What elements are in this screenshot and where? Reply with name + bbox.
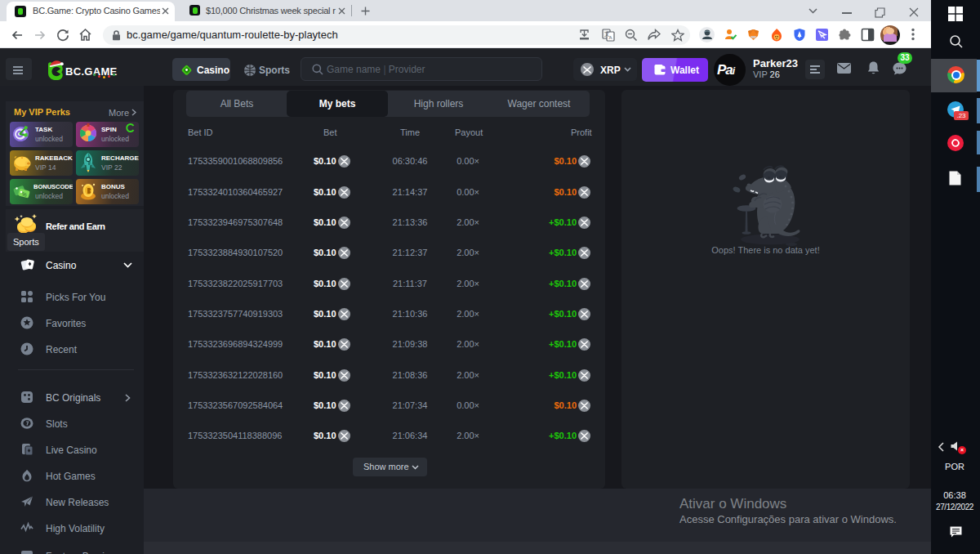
svg-text:A: A: [609, 35, 612, 40]
